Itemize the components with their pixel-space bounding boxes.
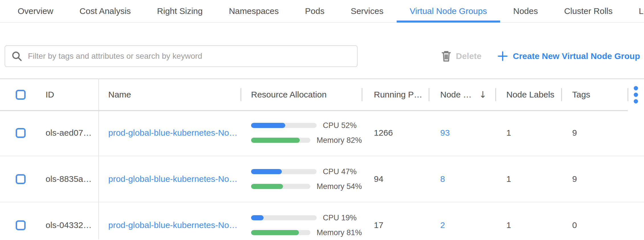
delete-button-label: Delete — [456, 51, 482, 61]
row-name-link[interactable]: prod-global-blue-kubernetes-No… — [108, 220, 238, 230]
filter-search-box[interactable] — [5, 45, 358, 67]
cpu-progress-bar — [251, 169, 317, 174]
tab-label: Virtual Node Groups — [410, 6, 487, 16]
table-header-row: ID Name Resource Allocation Running P… N… — [0, 79, 644, 110]
cpu-bar-row: CPU 52% — [251, 121, 362, 130]
nodes-cell: 2 — [429, 220, 496, 230]
tags-value: 0 — [561, 220, 628, 230]
trash-icon — [441, 50, 451, 62]
row-checkbox[interactable] — [16, 174, 26, 184]
nodes-cell: 93 — [429, 128, 496, 138]
row-name-cell: prod-global-blue-kubernetes-No… — [98, 220, 241, 230]
tags-value: 9 — [561, 174, 628, 184]
toolbar-actions: Delete Create New Virtual Node Group — [441, 50, 640, 62]
row-select-cell — [0, 220, 37, 230]
tab-label: Services — [351, 6, 384, 16]
search-icon — [11, 51, 22, 62]
table-row: ols-aed07… prod-global-blue-kubernetes-N… — [0, 110, 644, 156]
column-header-resource-allocation[interactable]: Resource Allocation — [241, 79, 362, 110]
table-row: ols-8835a… prod-global-blue-kubernetes-N… — [0, 156, 644, 202]
select-all-checkbox[interactable] — [16, 90, 26, 100]
row-name-link[interactable]: prod-global-blue-kubernetes-No… — [108, 174, 238, 184]
node-labels-value: 1 — [496, 128, 561, 138]
column-header-tags[interactable]: Tags — [561, 79, 628, 110]
column-header-running-pods[interactable]: Running P… — [362, 79, 429, 110]
tab-virtual-node-groups[interactable]: Virtual Node Groups — [397, 0, 500, 22]
running-pods-value: 17 — [362, 220, 429, 230]
tab-label: Right Sizing — [157, 6, 203, 16]
row-checkbox[interactable] — [16, 128, 26, 138]
nodes-cell: 8 — [429, 174, 496, 184]
plus-icon — [498, 51, 508, 61]
nodes-count-link[interactable]: 93 — [440, 128, 450, 137]
column-header-node-labels[interactable]: Node Labels — [496, 79, 561, 110]
cpu-progress-bar — [251, 123, 317, 128]
top-tab-bar: Overview Cost Analysis Right Sizing Name… — [0, 0, 644, 23]
memory-bar-row: Memory 54% — [251, 182, 362, 191]
memory-bar-fill — [251, 184, 283, 189]
cpu-label: CPU 47% — [323, 167, 357, 176]
cpu-bar-fill — [251, 215, 264, 220]
cpu-label: CPU 19% — [323, 213, 357, 222]
tab-cost-analysis[interactable]: Cost Analysis — [66, 0, 144, 22]
row-name-cell: prod-global-blue-kubernetes-No… — [98, 128, 241, 138]
node-labels-value: 1 — [496, 174, 561, 184]
memory-label: Memory 82% — [317, 136, 362, 145]
resource-allocation-cell: CPU 52% Memory 82% — [241, 121, 362, 145]
tab-label: Cost Analysis — [80, 6, 131, 16]
cpu-progress-bar — [251, 215, 317, 220]
tab-pods[interactable]: Pods — [292, 0, 337, 22]
tab-cluster-rolls[interactable]: Cluster Rolls — [551, 0, 626, 22]
memory-label: Memory 81% — [317, 228, 362, 237]
search-input[interactable] — [28, 52, 351, 61]
column-options-ellipsis-icon[interactable] — [634, 86, 638, 103]
running-pods-value: 94 — [362, 174, 429, 184]
create-virtual-node-group-button[interactable]: Create New Virtual Node Group — [498, 51, 640, 61]
resource-allocation-cell: CPU 19% Memory 81% — [241, 213, 362, 237]
tags-value: 9 — [561, 128, 628, 138]
memory-progress-bar — [251, 230, 310, 235]
tab-nodes[interactable]: Nodes — [500, 0, 551, 22]
cpu-label: CPU 52% — [323, 121, 357, 130]
cpu-bar-row: CPU 47% — [251, 167, 362, 176]
column-header-nodes[interactable]: Node … ↓ — [429, 79, 496, 110]
memory-label: Memory 54% — [317, 182, 362, 191]
toolbar: Delete Create New Virtual Node Group — [0, 45, 644, 67]
row-name-link[interactable]: prod-global-blue-kubernetes-No… — [108, 128, 238, 137]
memory-progress-bar — [251, 138, 310, 143]
node-labels-value: 1 — [496, 220, 561, 230]
column-header-id[interactable]: ID — [37, 79, 98, 110]
row-id: ols-8835a… — [37, 174, 98, 184]
table-row: ols-04332… prod-global-blue-kubernetes-N… — [0, 202, 644, 240]
running-pods-value: 1266 — [362, 128, 429, 138]
row-id: ols-aed07… — [37, 128, 98, 138]
column-menu-cell — [628, 79, 644, 110]
tab-label: Pods — [305, 6, 324, 16]
tab-right-sizing[interactable]: Right Sizing — [144, 0, 216, 22]
cpu-bar-fill — [251, 123, 285, 128]
tab-namespaces[interactable]: Namespaces — [216, 0, 292, 22]
tab-label: Overview — [18, 6, 53, 16]
memory-bar-fill — [251, 138, 300, 143]
memory-progress-bar — [251, 184, 310, 189]
delete-button[interactable]: Delete — [441, 50, 482, 62]
table-body: ols-aed07… prod-global-blue-kubernetes-N… — [0, 110, 644, 240]
create-button-label: Create New Virtual Node Group — [513, 51, 640, 61]
row-checkbox[interactable] — [16, 220, 26, 230]
cpu-bar-fill — [251, 169, 282, 174]
nodes-count-link[interactable]: 2 — [440, 220, 445, 230]
tab-label: Nodes — [513, 6, 538, 16]
row-id: ols-04332… — [37, 220, 98, 230]
memory-bar-row: Memory 82% — [251, 136, 362, 145]
tab-overview[interactable]: Overview — [5, 0, 66, 22]
virtual-node-groups-table: ID Name Resource Allocation Running P… N… — [0, 78, 644, 240]
tab-label: Cluster Rolls — [564, 6, 613, 16]
memory-bar-fill — [251, 230, 299, 235]
row-select-cell — [0, 128, 37, 138]
tab-services[interactable]: Services — [338, 0, 397, 22]
column-header-name[interactable]: Name — [98, 79, 241, 110]
tab-log[interactable]: Log — [626, 0, 644, 22]
resource-allocation-cell: CPU 47% Memory 54% — [241, 167, 362, 191]
nodes-count-link[interactable]: 8 — [440, 174, 445, 184]
sort-descending-icon[interactable]: ↓ — [479, 89, 487, 100]
